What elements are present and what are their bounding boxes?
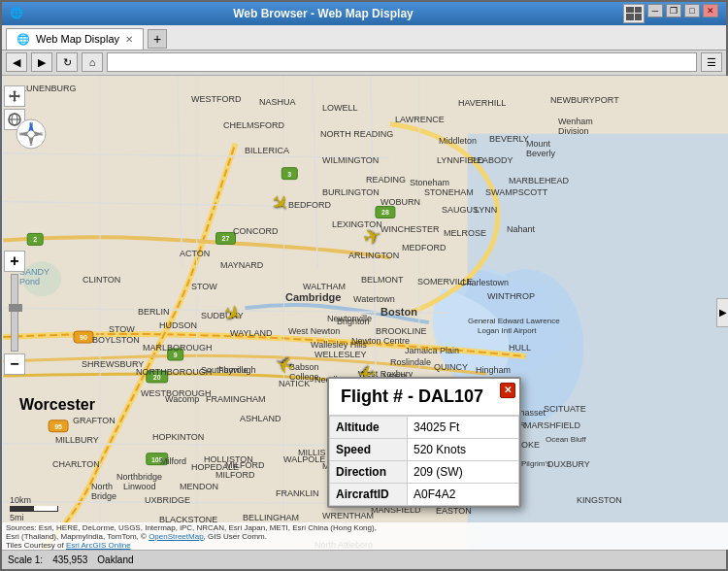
zoom-track[interactable]: [11, 274, 18, 352]
popup-label-direction: Direction: [330, 460, 408, 483]
tab-web-map-display[interactable]: 🌐 Web Map Display ✕: [6, 28, 144, 50]
attribution-line3: Tiles Courtesy of Esri ArcGIS Online: [6, 541, 726, 550]
svg-text:2: 2: [33, 236, 37, 243]
svg-text:3: 3: [287, 170, 291, 177]
scale-km-label: 10km: [10, 495, 58, 505]
forward-button[interactable]: ▶: [31, 52, 52, 72]
back-button[interactable]: ◀: [6, 52, 27, 72]
popup-value-speed: 520 Knots: [408, 438, 519, 460]
flight-popup: ✕ Flight # - DAL107 Altitude 34025 Ft Sp…: [327, 377, 521, 508]
nav-bar: ◀ ▶ ↻ ⌂ ☰: [2, 50, 726, 76]
popup-row-aircraftid: AircraftID A0F4A2: [330, 483, 519, 505]
tab-close-button[interactable]: ✕: [125, 34, 133, 45]
close-button[interactable]: ✕: [703, 4, 718, 17]
attribution-line1: Sources: Esri, HERE, DeLorme, USGS, Inte…: [6, 523, 726, 532]
popup-close-button[interactable]: ✕: [500, 383, 515, 398]
popup-row-speed: Speed 520 Knots: [330, 438, 519, 460]
tab-label: Web Map Display: [36, 33, 119, 45]
minimize-button[interactable]: ─: [647, 4, 663, 17]
svg-text:9: 9: [174, 352, 178, 358]
grid-button[interactable]: [623, 4, 645, 23]
right-panel-arrow[interactable]: ▶: [716, 298, 728, 327]
svg-text:95: 95: [54, 423, 62, 430]
svg-text:27: 27: [222, 235, 230, 242]
status-scale-value: 435,953: [52, 554, 87, 565]
arcgis-link[interactable]: Esri ArcGIS Online: [66, 541, 131, 550]
menu-button[interactable]: ☰: [701, 52, 722, 72]
zoom-in-button[interactable]: +: [4, 251, 25, 272]
status-location: Oakland: [97, 554, 133, 565]
map-container[interactable]: 90 95 3 28 2 27 20: [2, 76, 728, 550]
status-scale: Scale 1:: [8, 554, 43, 565]
status-bar: Scale 1: 435,953 Oakland: [2, 550, 726, 569]
scale-mi-label: 5mi: [10, 513, 58, 522]
pan-tool-button[interactable]: [4, 85, 25, 107]
popup-value-direction: 209 (SW): [408, 460, 519, 483]
window: 🌐 Web Browser - Web Map Display ─ ❐ □ ✕ …: [0, 0, 728, 571]
svg-text:28: 28: [381, 209, 389, 216]
reload-button[interactable]: ↻: [56, 52, 78, 72]
popup-row-direction: Direction 209 (SW): [330, 460, 519, 483]
restore-button[interactable]: ❐: [666, 4, 681, 17]
scale-bar: 10km 5mi: [10, 495, 58, 522]
attribution: Sources: Esri, HERE, DeLorme, USGS, Inte…: [2, 522, 728, 550]
address-bar[interactable]: [107, 52, 697, 72]
popup-title: Flight # - DAL107: [329, 379, 519, 416]
window-icon: 🌐: [10, 7, 23, 19]
svg-text:20: 20: [153, 374, 161, 381]
popup-label-altitude: Altitude: [330, 416, 408, 438]
popup-row-altitude: Altitude 34025 Ft: [330, 416, 519, 438]
maximize-button[interactable]: □: [684, 4, 700, 17]
window-controls: ─ ❐ □ ✕: [623, 4, 718, 23]
svg-text:N: N: [29, 121, 33, 127]
window-title: Web Browser - Web Map Display: [23, 7, 623, 20]
zoom-out-button[interactable]: −: [4, 353, 25, 375]
compass-rose: N S W E: [16, 118, 47, 150]
popup-label-speed: Speed: [330, 438, 408, 460]
tab-icon: 🌐: [17, 33, 30, 46]
zoom-slider: + −: [4, 251, 25, 375]
popup-value-aircraftid: A0F4A2: [408, 483, 519, 505]
popup-data-table: Altitude 34025 Ft Speed 520 Knots Direct…: [329, 416, 519, 506]
svg-text:W: W: [19, 131, 24, 137]
svg-text:90: 90: [80, 334, 87, 341]
attribution-line2: Esri (Thailand), MapmyIndia, TomTom, © O…: [6, 532, 726, 541]
tab-bar: 🌐 Web Map Display ✕ +: [2, 25, 726, 50]
svg-point-35: [22, 261, 61, 296]
home-button[interactable]: ⌂: [82, 52, 103, 72]
zoom-handle[interactable]: [9, 304, 22, 312]
svg-text:109: 109: [151, 455, 163, 462]
openstreetmap-link[interactable]: OpenStreetMap: [149, 532, 203, 541]
popup-value-altitude: 34025 Ft: [408, 416, 519, 438]
popup-label-aircraftid: AircraftID: [330, 483, 408, 505]
title-bar: 🌐 Web Browser - Web Map Display ─ ❐ □ ✕: [2, 2, 726, 25]
new-tab-button[interactable]: +: [148, 29, 167, 49]
